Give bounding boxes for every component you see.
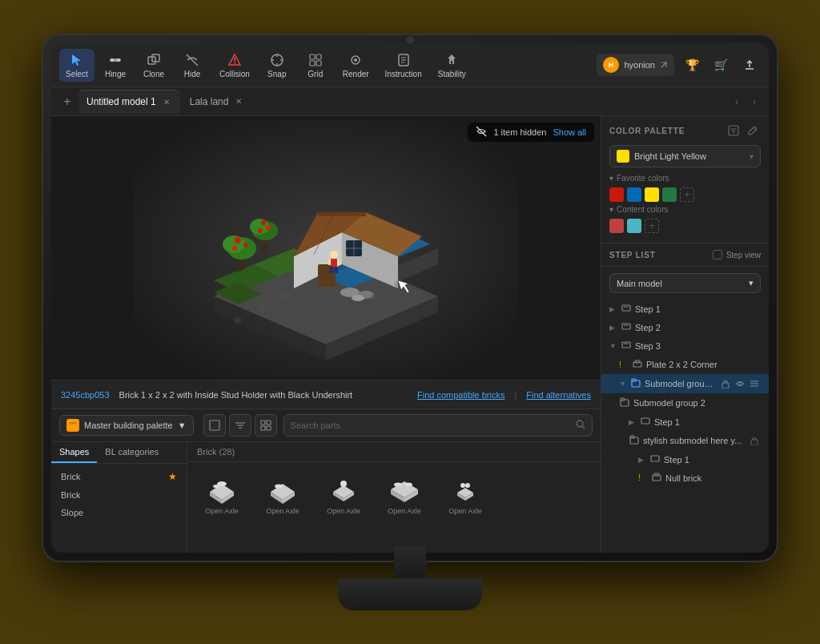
- svg-point-39: [243, 243, 248, 248]
- tab-shapes[interactable]: Shapes: [51, 442, 97, 463]
- step-item-stylish[interactable]: stylish submodel here y...: [601, 431, 769, 450]
- step-tree: ▶ Step 1 ▶: [601, 300, 769, 553]
- step-arrow-2: ▶: [609, 324, 617, 332]
- lock-subgroup2-icon[interactable]: [734, 396, 746, 409]
- fav-swatch-red[interactable]: [609, 187, 624, 202]
- grid-icon: [308, 52, 324, 68]
- add-content-color-button[interactable]: +: [645, 219, 659, 233]
- tab-close-1[interactable]: ✕: [161, 96, 172, 107]
- tab-close-2[interactable]: ✕: [233, 96, 244, 107]
- trophy-button[interactable]: 🏆: [681, 54, 703, 76]
- parts-filter-button[interactable]: [229, 414, 251, 437]
- cart-button[interactable]: 🛒: [709, 54, 732, 76]
- content-swatch-2[interactable]: [627, 219, 641, 233]
- step-view-toggle[interactable]: Step view: [713, 250, 761, 260]
- brick-item-3[interactable]: Open Axle: [376, 469, 432, 546]
- step-item-null-brick[interactable]: ! Null brick: [601, 469, 769, 487]
- hide-plate-icon[interactable]: [734, 358, 746, 371]
- step-item-2[interactable]: ▶ Step 2: [601, 318, 769, 336]
- tool-instruction[interactable]: Instruction: [379, 49, 428, 82]
- tool-stability[interactable]: Stability: [432, 49, 472, 82]
- svg-point-110: [460, 483, 465, 488]
- lock-stylish-icon[interactable]: [748, 434, 761, 447]
- color-dropdown[interactable]: Bright Light Yellow ▾: [609, 145, 761, 167]
- app: Select Hinge Clone: [51, 43, 769, 553]
- cat-label-brick-2: Brick: [61, 490, 80, 500]
- brick-item-4[interactable]: Open Axle: [437, 469, 493, 546]
- user-badge[interactable]: H hyonion: [597, 54, 674, 76]
- step-icon-3: [621, 340, 632, 352]
- color-edit-button[interactable]: [745, 123, 761, 139]
- favorite-colors-header[interactable]: ▾ Favorite colors: [609, 174, 761, 183]
- cat-item-slope[interactable]: Slope: [51, 504, 187, 521]
- tab-untitled-model[interactable]: Untitled model 1 ✕: [78, 90, 180, 114]
- content-swatch-1[interactable]: [609, 219, 624, 233]
- find-alternatives-link[interactable]: Find alternatives: [526, 390, 591, 400]
- tool-collision-label: Collision: [219, 70, 250, 78]
- brick-id[interactable]: 3245cbp053: [61, 390, 110, 400]
- color-palette-header: COLOR PALETTE: [601, 116, 769, 145]
- parts-grid-view-button[interactable]: [255, 414, 277, 437]
- step-item-subgroup-2[interactable]: Submodel group 2: [601, 393, 769, 413]
- lock-subgroup1-icon[interactable]: [719, 377, 732, 390]
- add-tab-button[interactable]: +: [58, 92, 77, 111]
- delete-plate-icon[interactable]: [748, 358, 761, 371]
- tool-hide[interactable]: Hide: [175, 49, 210, 82]
- step-item-1[interactable]: ▶ Step 1: [601, 300, 769, 318]
- content-colors-header[interactable]: ▾ Content colors: [609, 205, 761, 214]
- tool-render[interactable]: Render: [336, 49, 376, 82]
- search-box: [283, 414, 593, 437]
- toolbar-right: H hyonion 🏆 🛒: [597, 54, 761, 76]
- cat-star-icon: ★: [168, 471, 177, 482]
- more-subgroup1-icon[interactable]: [748, 377, 761, 390]
- svg-point-1: [111, 58, 114, 62]
- render-icon: [348, 52, 364, 68]
- tool-clone[interactable]: Clone: [136, 49, 171, 82]
- step-item-3[interactable]: ▼ Step 3: [601, 336, 769, 355]
- brick-item-0[interactable]: Open Axle: [194, 469, 250, 546]
- color-filter-button[interactable]: [726, 123, 742, 139]
- favorite-expand-icon: ▾: [609, 174, 613, 183]
- brick-item-1[interactable]: Open Axle: [255, 469, 311, 546]
- tab-label-1: Untitled model 1: [86, 96, 156, 107]
- step-list-header: STEP LIST Step view: [601, 244, 769, 267]
- lego-model[interactable]: [134, 120, 518, 376]
- show-all-button[interactable]: Show all: [553, 127, 586, 137]
- tab-next-button[interactable]: ›: [746, 94, 762, 110]
- svg-point-101: [340, 481, 347, 487]
- hide-subgroup1-icon[interactable]: [734, 377, 746, 390]
- collision-icon: [227, 52, 243, 68]
- tool-select[interactable]: Select: [59, 49, 94, 82]
- find-compatible-link[interactable]: Find compatible bricks: [417, 390, 504, 400]
- step-item-deep-1[interactable]: ▶ Step 1: [601, 450, 769, 469]
- cat-item-brick-2[interactable]: Brick: [51, 486, 187, 504]
- search-input[interactable]: [291, 421, 571, 430]
- hide-subgroup2-icon[interactable]: [748, 396, 761, 409]
- tool-grid[interactable]: Grid: [298, 49, 333, 82]
- fav-swatch-green[interactable]: [662, 187, 677, 202]
- step-view-checkbox[interactable]: [713, 250, 722, 260]
- fav-swatch-blue[interactable]: [627, 187, 641, 202]
- step-item-nested-1[interactable]: ▶ Step 1: [601, 413, 769, 431]
- color-palette-section: COLOR PALETTE: [601, 116, 769, 244]
- step-item-subgroup-1[interactable]: ▼ Submodel group 1: [601, 374, 769, 393]
- svg-rect-133: [722, 383, 729, 388]
- step-item-plate[interactable]: ! Plate 2 x 2 Corner: [601, 355, 769, 374]
- tool-snap[interactable]: Snap: [259, 49, 295, 82]
- tab-bl-categories[interactable]: BL categories: [97, 442, 167, 463]
- cat-item-brick-starred[interactable]: Brick ★: [51, 467, 187, 486]
- tab-lala-land[interactable]: Lala land ✕: [182, 90, 253, 114]
- fav-swatch-yellow[interactable]: [645, 187, 659, 202]
- model-dropdown[interactable]: Main model ▾: [609, 273, 761, 293]
- parts-view-toggle-1[interactable]: [203, 414, 226, 437]
- palette-selector[interactable]: Master building palette ▼: [59, 415, 194, 436]
- bricks-panel: Brick (28): [187, 442, 601, 553]
- tab-prev-button[interactable]: ‹: [729, 94, 745, 110]
- upload-button[interactable]: [738, 54, 761, 76]
- tool-hinge[interactable]: Hinge: [98, 49, 133, 82]
- svg-text:H: H: [609, 61, 614, 69]
- add-favorite-color-button[interactable]: +: [680, 187, 694, 202]
- brick-item-2[interactable]: Open Axle: [316, 469, 372, 546]
- step-list-section: STEP LIST Step view Main model ▾: [601, 244, 769, 553]
- tool-collision[interactable]: Collision: [213, 49, 256, 82]
